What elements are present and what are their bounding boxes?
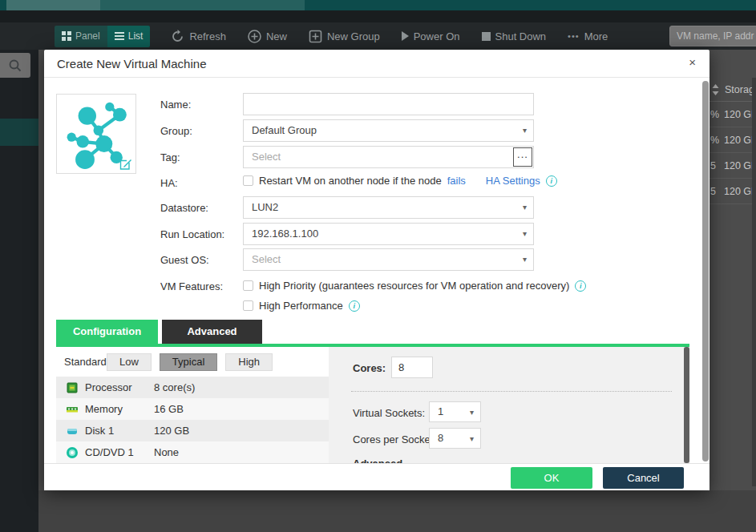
storage-cell: 120 GB [724, 127, 756, 153]
edit-icon[interactable] [119, 158, 132, 171]
virtual-sockets-select[interactable]: 1 ▾ [429, 401, 481, 422]
hardware-row-disk[interactable]: Disk 1 120 GB [56, 420, 329, 441]
hardware-row-cddvd[interactable]: CD/DVD 1 None [56, 441, 329, 463]
grid-icon [62, 31, 71, 41]
cores-per-socket-select[interactable]: 8 ▾ [429, 428, 481, 449]
plus-circle-icon [248, 30, 261, 43]
ha-checkbox[interactable] [243, 175, 253, 186]
high-priority-checkbox[interactable] [243, 280, 253, 291]
refresh-button[interactable]: Refresh [171, 30, 226, 43]
info-icon[interactable]: i [349, 300, 360, 312]
table-row[interactable]: % 120 GB [710, 102, 756, 127]
chevron-down-icon: ▾ [470, 429, 474, 449]
shut-down-label: Shut Down [495, 30, 547, 42]
new-group-label: New Group [327, 30, 380, 42]
datastore-label: Datastore: [160, 202, 208, 214]
guest-os-select[interactable]: Select ▾ [243, 248, 534, 271]
disk-icon [66, 425, 79, 437]
datastore-select[interactable]: LUN2 ▾ [243, 196, 534, 219]
panel-scrollbar-thumb[interactable] [684, 347, 689, 463]
hardware-name: Memory [85, 398, 123, 420]
tab-advanced[interactable]: Advanced [162, 320, 262, 344]
sidebar-item-selected[interactable] [0, 119, 38, 146]
more-label: More [584, 30, 608, 42]
hardware-row-processor[interactable]: Processor 8 core(s) [56, 377, 329, 398]
toolbar: Panel List Refresh New New Group Power O… [0, 22, 756, 50]
sidebar [0, 50, 38, 532]
ha-fails-link[interactable]: fails [447, 175, 466, 187]
storage-cell: 120 GB [724, 153, 756, 179]
refresh-icon [171, 30, 184, 43]
list-icon [115, 31, 124, 41]
tag-label: Tag: [160, 151, 180, 163]
info-icon[interactable]: i [546, 175, 557, 187]
ha-checkbox-text: Restart VM on another node if the node [259, 175, 442, 187]
run-location-select[interactable]: 192.168.1.100 ▾ [243, 223, 534, 245]
chevron-down-icon: ▾ [523, 197, 527, 218]
app-tab-extension [100, 0, 305, 10]
table-scrollbar[interactable] [752, 78, 756, 486]
shut-down-button[interactable]: Shut Down [482, 30, 547, 42]
storage-column-header[interactable]: Storage [710, 78, 756, 102]
table-row[interactable]: 5 120 GB [710, 153, 756, 179]
sidebar-search-button[interactable] [0, 53, 30, 78]
hardware-value: 16 GB [154, 398, 184, 420]
chevron-down-icon: ▾ [523, 224, 527, 244]
hardware-name: Processor [85, 377, 132, 398]
standard-low-button[interactable]: Low [107, 353, 152, 371]
virtual-sockets-label: Virtual Sockets: [353, 407, 425, 419]
table-row[interactable]: % 120 GB [710, 127, 756, 153]
power-on-button[interactable]: Power On [402, 30, 460, 42]
chevron-down-icon: ▾ [470, 402, 474, 422]
tag-select[interactable]: Select [243, 146, 534, 168]
vm-search-input[interactable] [669, 26, 756, 46]
dialog-scrollbar[interactable] [702, 79, 709, 463]
standard-label: Standard: [64, 356, 109, 368]
row-fragment: 5 [710, 153, 716, 179]
more-button[interactable]: ••• More [568, 30, 608, 42]
panel-scrollbar[interactable] [684, 347, 689, 463]
group-label: Group: [160, 125, 192, 137]
cores-input[interactable] [391, 357, 433, 378]
top-title-bar [0, 0, 756, 10]
hardware-value: None [154, 441, 179, 463]
list-view-button[interactable]: List [107, 26, 151, 47]
cancel-button[interactable]: Cancel [603, 467, 684, 489]
ok-button[interactable]: OK [511, 467, 592, 489]
info-icon[interactable]: i [575, 280, 586, 292]
group-select[interactable]: Default Group ▾ [243, 119, 534, 142]
content-lower-area [38, 490, 756, 532]
panel-view-button[interactable]: Panel [55, 26, 107, 47]
sort-icon [712, 84, 719, 95]
view-toggle: Panel List [55, 26, 150, 47]
list-view-label: List [128, 30, 144, 42]
standard-typical-button[interactable]: Typical [160, 353, 217, 371]
standard-high-button[interactable]: High [225, 353, 273, 371]
hardware-name: Disk 1 [85, 420, 114, 441]
new-group-button[interactable]: New Group [309, 30, 380, 43]
row-fragment: 5 [710, 179, 716, 204]
ha-settings-link[interactable]: HA Settings [486, 175, 540, 187]
create-vm-dialog: Create New Virtual Machine × Name: Group… [44, 50, 710, 490]
dialog-footer: OK Cancel [44, 463, 710, 490]
hardware-value: 120 GB [154, 420, 189, 441]
tag-browse-button[interactable]: ... [513, 147, 532, 167]
name-input[interactable] [243, 93, 534, 115]
hardware-row-memory[interactable]: Memory 16 GB [56, 398, 329, 420]
hardware-value: 8 core(s) [154, 377, 195, 398]
tab-configuration[interactable]: Configuration [56, 320, 158, 344]
new-button[interactable]: New [248, 30, 287, 43]
section-divider [351, 391, 672, 392]
guest-os-placeholder: Select [252, 253, 281, 265]
row-fragment: % [710, 127, 719, 153]
cores-label: Cores: [353, 362, 386, 374]
dialog-scrollbar-thumb[interactable] [702, 81, 709, 461]
app-tab[interactable] [6, 0, 100, 10]
high-performance-checkbox[interactable] [243, 300, 253, 311]
close-icon[interactable]: × [689, 55, 696, 69]
refresh-label: Refresh [189, 30, 226, 42]
table-row[interactable]: 5 120 GB [710, 179, 756, 204]
hardware-name: CD/DVD 1 [85, 441, 134, 463]
search-icon [8, 58, 22, 73]
stop-icon [482, 32, 491, 41]
